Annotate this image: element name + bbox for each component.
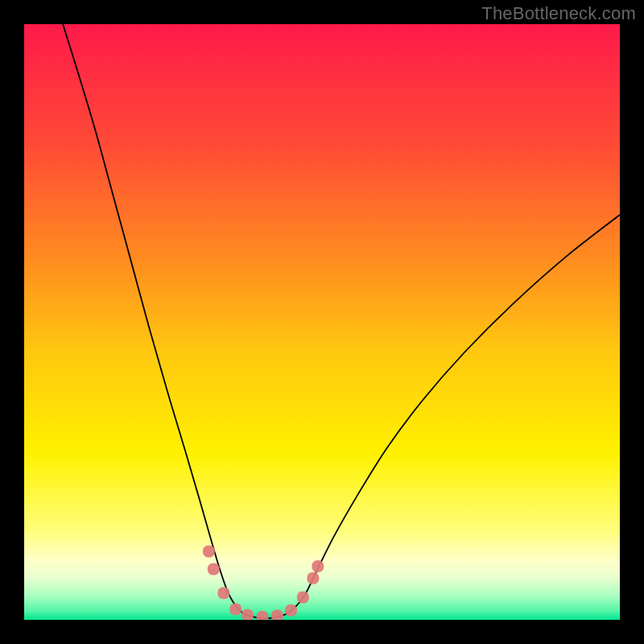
svg-rect-7 [271,609,283,620]
svg-rect-6 [257,611,269,620]
bottleneck-curve [63,24,620,618]
watermark-text: TheBottleneck.com [481,3,636,24]
plot-area [24,24,620,620]
svg-rect-10 [307,572,319,584]
svg-rect-3 [217,587,229,599]
svg-rect-9 [297,591,309,603]
threshold-markers [203,545,324,620]
svg-rect-11 [312,560,324,572]
svg-rect-8 [285,605,297,617]
svg-rect-2 [208,564,220,576]
svg-rect-5 [242,609,254,620]
svg-rect-4 [229,603,242,615]
svg-rect-1 [203,545,215,557]
chart-frame: TheBottleneck.com [0,0,644,644]
curve-layer [24,24,620,620]
